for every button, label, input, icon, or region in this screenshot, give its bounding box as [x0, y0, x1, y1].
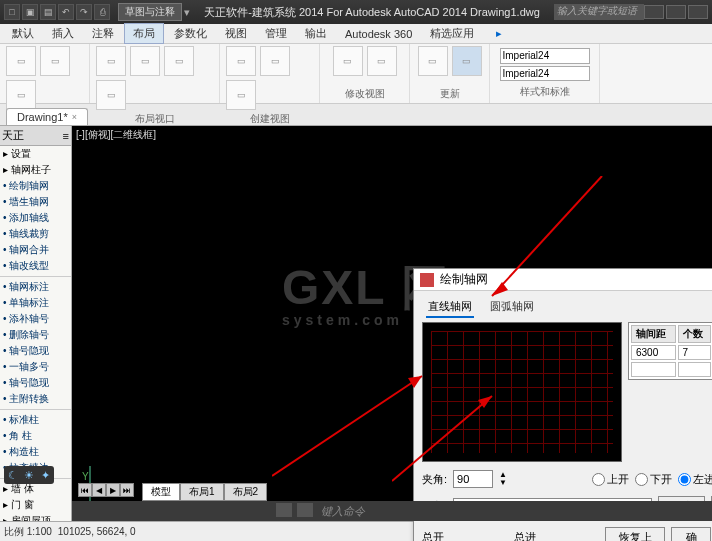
tab-insert[interactable]: 插入: [44, 24, 82, 43]
palette-item[interactable]: • 一轴多号: [0, 359, 71, 375]
spacing-table[interactable]: 轴间距个数 63007: [628, 322, 712, 380]
sun-icon[interactable]: ☀: [22, 468, 36, 482]
moon-icon[interactable]: ☾: [6, 468, 20, 482]
tool-palette-header[interactable]: 天正≡: [0, 126, 71, 146]
layout-tab-1[interactable]: 布局1: [180, 483, 224, 501]
upd-symbol-icon[interactable]: ▭: [418, 46, 448, 76]
qat-new-icon[interactable]: □: [4, 4, 20, 20]
command-prompt[interactable]: 键入命令: [321, 504, 365, 519]
table-row-empty[interactable]: [631, 362, 711, 377]
direction-radios: 上开 下开 左进 右进: [592, 472, 712, 487]
table-row[interactable]: 63007: [631, 345, 711, 360]
svg-line-4: [272, 376, 422, 476]
viewport-label[interactable]: [-][俯视][二维线框]: [76, 128, 156, 142]
upd-auto-icon[interactable]: ▭: [452, 46, 482, 76]
tab-annotate[interactable]: 注释: [84, 24, 122, 43]
minimize-button[interactable]: [644, 5, 664, 19]
radio-down[interactable]: 下开: [635, 472, 672, 487]
drawing-canvas[interactable]: [-][俯视][二维线框] GXL 网system.com YX 绘制轴网 × …: [72, 126, 712, 521]
status-scale[interactable]: 比例 1:100: [4, 525, 52, 539]
palette-item[interactable]: • 轴改线型: [0, 258, 71, 274]
palette-item[interactable]: • 轴网合并: [0, 242, 71, 258]
angle-spinner-icon[interactable]: ▲▼: [499, 471, 507, 487]
workspace-dropdown[interactable]: 草图与注释: [118, 3, 182, 21]
cv-base-icon[interactable]: ▭: [226, 46, 256, 76]
restore-button[interactable]: 恢复上次: [605, 527, 664, 541]
subtab-linear[interactable]: 直线轴网: [426, 297, 474, 318]
panel-styles: Imperial24 Imperial24 样式和标准: [490, 44, 600, 103]
style-combo-2[interactable]: Imperial24: [500, 66, 590, 82]
nav-next-icon[interactable]: ▶: [106, 483, 120, 497]
window-controls: [644, 5, 708, 19]
palette-item[interactable]: • 墙生轴网: [0, 194, 71, 210]
tab-default[interactable]: 默认: [4, 24, 42, 43]
palette-item[interactable]: • 构造柱: [0, 444, 71, 460]
palette-item[interactable]: • 删除轴号: [0, 327, 71, 343]
cv-detail-icon[interactable]: ▭: [226, 80, 256, 110]
mv-update-icon[interactable]: ▭: [367, 46, 397, 76]
tab-layout[interactable]: 布局: [124, 23, 164, 44]
palette-item[interactable]: • 标准柱: [0, 412, 71, 428]
layout-rect-icon[interactable]: ▭: [6, 80, 36, 110]
layout-tab-model[interactable]: 模型: [142, 483, 180, 501]
layout-tab-2[interactable]: 布局2: [224, 483, 268, 501]
palette-item[interactable]: ▸ 设置: [0, 146, 71, 162]
maximize-button[interactable]: [666, 5, 686, 19]
tab-expand-icon[interactable]: ▸: [488, 25, 510, 42]
palette-item[interactable]: • 轴号隐现: [0, 343, 71, 359]
dialog-titlebar[interactable]: 绘制轴网 ×: [414, 269, 712, 291]
style-combo-1[interactable]: Imperial24: [500, 48, 590, 64]
nav-first-icon[interactable]: ⏮: [78, 483, 92, 497]
qat-undo-icon[interactable]: ↶: [58, 4, 74, 20]
document-tab-close-icon[interactable]: ×: [72, 112, 77, 122]
palette-item[interactable]: ▸ 轴网柱子: [0, 162, 71, 178]
help-search-input[interactable]: 输入关键字或短语: [554, 4, 644, 20]
vp-rect-icon[interactable]: ▭: [96, 46, 126, 76]
palette-item[interactable]: • 轴网标注: [0, 279, 71, 295]
palette-menu-icon[interactable]: ≡: [63, 130, 69, 142]
palette-item[interactable]: ▸ 门 窗: [0, 497, 71, 513]
layout-page-icon[interactable]: ▭: [40, 46, 70, 76]
nav-last-icon[interactable]: ⏭: [120, 483, 134, 497]
palette-item[interactable]: • 角 柱: [0, 428, 71, 444]
star-icon[interactable]: ✦: [38, 468, 52, 482]
tab-manage[interactable]: 管理: [257, 24, 295, 43]
layout-new-icon[interactable]: ▭: [6, 46, 36, 76]
cmd-history-icon[interactable]: [276, 503, 292, 517]
vp-obj-icon[interactable]: ▭: [164, 46, 194, 76]
nav-prev-icon[interactable]: ◀: [92, 483, 106, 497]
grid-preview: [422, 322, 622, 462]
angle-input[interactable]: [453, 470, 493, 488]
palette-item[interactable]: • 轴号隐现: [0, 375, 71, 391]
vp-poly-icon[interactable]: ▭: [130, 46, 160, 76]
qat-redo-icon[interactable]: ↷: [76, 4, 92, 20]
tab-a360[interactable]: Autodesk 360: [337, 26, 420, 42]
palette-item[interactable]: • 绘制轴网: [0, 178, 71, 194]
document-tab-drawing1[interactable]: Drawing1* ×: [6, 108, 88, 125]
close-button[interactable]: [688, 5, 708, 19]
vp-named-icon[interactable]: ▭: [96, 80, 126, 110]
tab-output[interactable]: 输出: [297, 24, 335, 43]
qat-plot-icon[interactable]: ⎙: [94, 4, 110, 20]
qat-save-icon[interactable]: ▤: [40, 4, 56, 20]
dialog-subtabs: 直线轴网 圆弧轴网: [422, 297, 712, 318]
palette-item[interactable]: • 添加轴线: [0, 210, 71, 226]
palette-item[interactable]: • 添补轴号: [0, 311, 71, 327]
radio-left[interactable]: 左进: [678, 472, 712, 487]
radio-up[interactable]: 上开: [592, 472, 629, 487]
tab-featured[interactable]: 精选应用: [422, 24, 482, 43]
ok-button[interactable]: 确定: [671, 527, 712, 541]
panel-update-label: 更新: [440, 87, 460, 101]
cv-section-icon[interactable]: ▭: [260, 46, 290, 76]
qat-open-icon[interactable]: ▣: [22, 4, 38, 20]
tab-view[interactable]: 视图: [217, 24, 255, 43]
tab-parametric[interactable]: 参数化: [166, 24, 215, 43]
panel-viewport-label: 布局视口: [135, 112, 175, 126]
palette-item[interactable]: • 主附转换: [0, 391, 71, 407]
cmd-close-icon[interactable]: [297, 503, 313, 517]
palette-item[interactable]: ▸ 房间屋顶: [0, 513, 71, 521]
palette-item[interactable]: • 单轴标注: [0, 295, 71, 311]
palette-item[interactable]: • 轴线裁剪: [0, 226, 71, 242]
mv-edit-icon[interactable]: ▭: [333, 46, 363, 76]
subtab-arc[interactable]: 圆弧轴网: [488, 297, 536, 318]
